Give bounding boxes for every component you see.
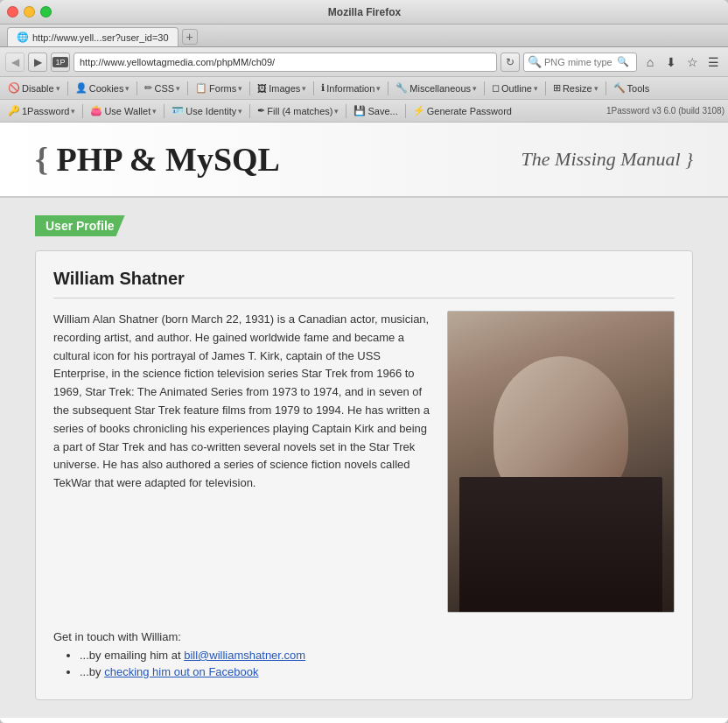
images-dropdown-icon: ▾ [302, 84, 306, 93]
search-bar[interactable]: 🔍 🔍 [523, 53, 637, 72]
browser-content: { PHP & MySQL The Missing Manual } User … [0, 123, 728, 723]
sep14 [405, 104, 406, 118]
search-submit-icon[interactable]: 🔍 [617, 56, 629, 67]
images-button[interactable]: 🖼 Images ▾ [253, 80, 311, 97]
resize-button[interactable]: ⊞ Resize ▾ [549, 80, 603, 97]
separator6 [388, 81, 388, 95]
cookies-button[interactable]: 👤 Cookies ▾ [71, 80, 135, 97]
profile-photo [447, 311, 675, 613]
forms-dropdown-icon: ▾ [238, 84, 242, 93]
wallet-dropdown-icon: ▾ [152, 107, 157, 116]
profile-image [448, 312, 674, 612]
close-button[interactable] [7, 6, 18, 18]
nav-extra-icons: ⌂ ⬇ ☆ ☰ [640, 53, 723, 72]
home-button[interactable]: ⌂ [640, 53, 660, 72]
contact-email-item: ...by emailing him at bill@williamshatne… [80, 649, 675, 662]
outline-button[interactable]: ◻ Outline ▾ [487, 80, 542, 97]
separator2 [136, 81, 137, 95]
contact-facebook-item: ...by checking him out on Facebook [80, 665, 675, 678]
disable-button[interactable]: 🚫 Disable ▾ [4, 80, 65, 97]
url-bar[interactable]: http://www.yellowtagmedia.com/phpMM/ch09… [74, 53, 497, 72]
version-label: 1Password v3 6.0 (build 3108) [606, 106, 724, 116]
css-button[interactable]: ✏ CSS ▾ [140, 80, 185, 97]
onepassword-badge[interactable]: 1P [51, 53, 70, 72]
separator5 [313, 81, 314, 95]
onepassword-label: 1P [52, 57, 67, 67]
disable-icon: 🚫 [8, 82, 20, 94]
book-title-text: PHP & MySQL [56, 141, 279, 178]
separator8 [545, 81, 546, 95]
back-icon: ◀ [11, 56, 19, 68]
contact-section: Get in touch with William: ...by emailin… [53, 630, 675, 678]
resize-dropdown-icon: ▾ [594, 84, 598, 93]
use-wallet-button[interactable]: 👛 Use Wallet ▾ [86, 102, 161, 120]
active-tab[interactable]: 🌐 http://www.yell...ser?user_id=30 [7, 27, 178, 46]
separator9 [606, 81, 606, 95]
back-button[interactable]: ◀ [5, 53, 24, 72]
browser-window: Mozilla Firefox 🌐 http://www.yell...ser?… [0, 0, 728, 723]
tab-bar: 🌐 http://www.yell...ser?user_id=30 + [0, 25, 728, 47]
forms-button[interactable]: 📋 Forms ▾ [191, 80, 247, 97]
onepassword-toolbar: 🔑 1Password ▾ 👛 Use Wallet ▾ 🪪 Use Ident… [0, 100, 728, 123]
information-button[interactable]: ℹ Information ▾ [317, 80, 385, 97]
sep12 [249, 104, 250, 118]
book-subtitle: The Missing Manual } [522, 148, 693, 171]
navbar: ◀ ▶ 1P http://www.yellowtagmedia.com/php… [0, 47, 728, 77]
onepassword-menu-button[interactable]: 🔑 1Password ▾ [4, 102, 80, 120]
information-dropdown-icon: ▾ [376, 84, 381, 93]
forward-icon: ▶ [34, 56, 42, 68]
use-identity-button[interactable]: 🪪 Use Identity ▾ [167, 102, 247, 120]
cookies-dropdown-icon: ▾ [125, 84, 130, 93]
profile-name: William Shatner [53, 269, 675, 298]
fill-icon: ✒ [257, 105, 265, 116]
refresh-icon: ↻ [506, 56, 514, 68]
outline-icon: ◻ [492, 82, 500, 94]
profile-card: William Shatner William Alan Shatner (bo… [35, 250, 693, 700]
maximize-button[interactable] [40, 6, 52, 18]
contact-facebook-prefix: ...by [80, 665, 104, 678]
contact-intro: Get in touch with William: [53, 630, 675, 643]
information-icon: ℹ [321, 82, 325, 94]
contact-email-prefix: ...by emailing him at [80, 649, 184, 662]
disable-dropdown-icon: ▾ [56, 84, 60, 93]
tools-icon: 🔨 [613, 82, 626, 94]
sep13 [346, 104, 346, 118]
contact-email-link[interactable]: bill@williamshatner.com [184, 649, 305, 662]
fill-button[interactable]: ✒ Fill (4 matches) ▾ [253, 102, 343, 120]
refresh-button[interactable]: ↻ [500, 53, 520, 72]
download-button[interactable]: ⬇ [662, 53, 681, 72]
separator4 [249, 81, 250, 95]
minimize-button[interactable] [24, 6, 35, 18]
sep11 [164, 104, 164, 118]
identity-dropdown-icon: ▾ [238, 107, 242, 116]
tools-button[interactable]: 🔨 Tools [609, 80, 654, 97]
css-icon: ✏ [144, 82, 152, 94]
tab-favicon: 🌐 [17, 32, 29, 43]
images-icon: 🖼 [257, 83, 267, 94]
contact-facebook-link[interactable]: checking him out on Facebook [104, 665, 258, 678]
onepassword-menu-icon: 🔑 [8, 105, 20, 116]
page: { PHP & MySQL The Missing Manual } User … [0, 123, 728, 723]
search-engine-icon: 🔍 [528, 55, 542, 68]
sep10 [82, 104, 83, 118]
cookies-icon: 👤 [75, 82, 88, 94]
url-text: http://www.yellowtagmedia.com/phpMM/ch09… [80, 57, 491, 67]
generate-password-button[interactable]: ⚡ Generate Password [409, 102, 516, 120]
outline-dropdown-icon: ▾ [534, 84, 538, 93]
window-title: Mozilla Firefox [60, 6, 668, 18]
separator [67, 81, 68, 95]
menu-button[interactable]: ☰ [704, 53, 723, 72]
search-input[interactable] [544, 57, 614, 67]
book-header: { PHP & MySQL The Missing Manual } [0, 123, 728, 198]
wallet-icon: 👛 [90, 105, 102, 116]
misc-icon: 🔧 [396, 82, 408, 94]
section-header: User Profile [35, 215, 125, 236]
bookmark-button[interactable]: ☆ [682, 53, 702, 72]
misc-dropdown-icon: ▾ [472, 84, 477, 93]
save-button[interactable]: 💾 Save... [349, 102, 402, 120]
new-tab-button[interactable]: + [182, 29, 198, 45]
miscellaneous-button[interactable]: 🔧 Miscellaneous ▾ [391, 80, 481, 97]
book-title: { PHP & MySQL [35, 140, 280, 179]
forward-button[interactable]: ▶ [28, 53, 47, 72]
forms-icon: 📋 [195, 82, 207, 94]
